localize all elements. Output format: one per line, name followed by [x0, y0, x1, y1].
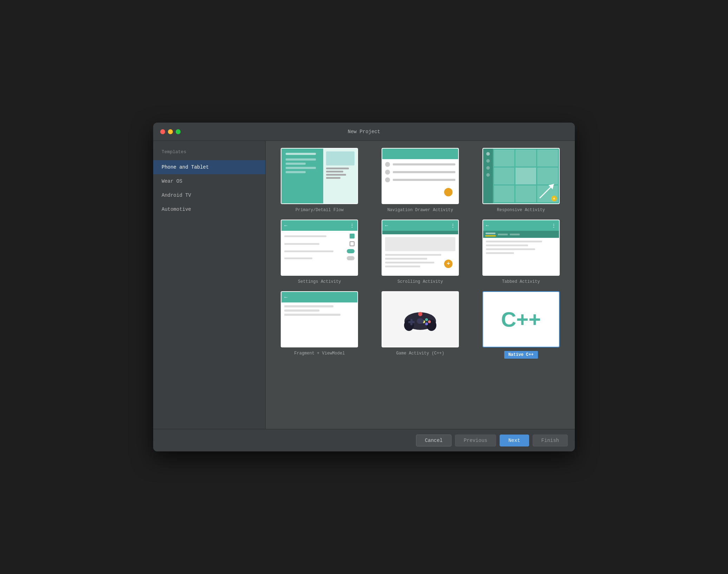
tab-header: ← ⋮	[483, 220, 559, 231]
template-responsive[interactable]: + Res	[474, 148, 568, 213]
sa-content	[281, 231, 357, 266]
sa-dots-icon: ⋮	[350, 223, 355, 229]
main-content: Templates Phone and Tablet Wear OS Andro…	[153, 141, 575, 429]
titlebar-buttons	[160, 129, 181, 134]
nd-circle	[385, 177, 390, 182]
template-native-cpp[interactable]: C++ Native C++	[474, 291, 568, 359]
sa-row	[284, 256, 355, 260]
settings-preview: ← ⋮	[281, 220, 357, 275]
right-panel	[323, 149, 357, 203]
scroll-fab: +	[444, 260, 453, 268]
template-thumb-primary-detail	[281, 148, 358, 204]
template-label-tabbed: Tabbed Activity	[502, 279, 540, 284]
nd-row	[385, 162, 455, 167]
sidebar-item-android-tv[interactable]: Android TV	[153, 188, 265, 202]
template-label-nav-drawer: Navigation Drawer Activity	[387, 208, 453, 213]
svg-point-9	[425, 318, 428, 321]
cpp-logo: C++	[501, 307, 541, 332]
sa-back-icon: ←	[284, 223, 287, 228]
sidebar-item-phone-tablet[interactable]: Phone and Tablet	[153, 160, 265, 174]
game-controller-icon	[403, 307, 438, 332]
svg-point-10	[428, 320, 431, 323]
template-label-game: Game Activity (C++)	[396, 351, 444, 356]
titlebar: New Project	[153, 123, 575, 141]
template-thumb-fragment: ←	[281, 291, 358, 347]
template-tabbed[interactable]: ← ⋮	[474, 220, 568, 284]
frag-header: ←	[281, 292, 357, 302]
new-project-window: New Project Templates Phone and Tablet W…	[153, 123, 575, 451]
sa-row	[284, 241, 355, 246]
sidebar-item-label: Android TV	[162, 193, 191, 198]
sidebar-label: Templates	[153, 149, 265, 160]
native-cpp-preview: C++	[483, 292, 559, 347]
sidebar-item-label: Phone and Tablet	[162, 164, 209, 170]
sidebar-item-label: Wear OS	[162, 178, 182, 184]
cancel-button[interactable]: Cancel	[416, 435, 451, 446]
nd-row	[385, 177, 455, 182]
nd-circle	[385, 162, 390, 167]
responsive-preview: +	[483, 149, 559, 203]
template-label-scrolling: Scrolling Activity	[397, 279, 443, 284]
minimize-button[interactable]	[168, 129, 173, 134]
tab-bar	[483, 231, 559, 238]
close-button[interactable]	[160, 129, 165, 134]
svg-point-13	[418, 312, 422, 316]
template-label-responsive: Responsive Activity	[497, 208, 545, 213]
sa-toggle-off	[347, 256, 355, 260]
template-thumb-tabbed: ← ⋮	[482, 220, 560, 276]
nd-circle	[385, 170, 390, 175]
template-thumb-scrolling: ← ⋮ +	[382, 220, 459, 276]
tab-content	[483, 238, 559, 259]
templates-grid: Primary/Detail Flow	[273, 148, 568, 359]
left-panel	[281, 149, 323, 203]
tabbed-preview: ← ⋮	[483, 220, 559, 275]
template-thumb-responsive: +	[482, 148, 560, 204]
frag-back-icon: ←	[284, 294, 287, 300]
template-thumb-game	[382, 291, 459, 347]
previous-button[interactable]: Previous	[455, 435, 496, 446]
svg-rect-8	[408, 321, 415, 323]
primary-detail-preview	[281, 149, 357, 203]
nav-drawer-preview	[382, 149, 458, 203]
nd-content	[382, 159, 458, 188]
nd-row	[385, 170, 455, 175]
sa-toggle-on	[347, 249, 355, 253]
template-label-native: Native C++	[504, 351, 538, 359]
maximize-button[interactable]	[176, 129, 181, 134]
sidebar-item-automotive[interactable]: Automotive	[153, 202, 265, 216]
template-thumb-settings: ← ⋮	[281, 220, 358, 276]
template-settings[interactable]: ← ⋮	[273, 220, 366, 284]
template-fragment-viewmodel[interactable]: ← Fragment + ViewModel	[273, 291, 366, 359]
template-label-primary-detail: Primary/Detail Flow	[295, 208, 344, 213]
sa-checkbox	[350, 241, 355, 246]
window-title: New Project	[348, 129, 380, 135]
bottom-bar: Cancel Previous Next Finish	[153, 429, 575, 451]
template-primary-detail[interactable]: Primary/Detail Flow	[273, 148, 366, 213]
nd-fab	[444, 188, 453, 196]
sidebar-item-label: Automotive	[162, 207, 191, 212]
sa-row	[284, 249, 355, 253]
svg-point-14	[417, 318, 424, 324]
nd-header	[382, 149, 458, 159]
template-nav-drawer[interactable]: Navigation Drawer Activity	[373, 148, 467, 213]
template-scrolling[interactable]: ← ⋮ +	[373, 220, 467, 284]
template-game-cpp[interactable]: Game Activity (C++)	[373, 291, 467, 359]
sidebar-item-wear-os[interactable]: Wear OS	[153, 174, 265, 188]
sidebar: Templates Phone and Tablet Wear OS Andro…	[153, 141, 266, 429]
scroll-header: ← ⋮	[382, 220, 458, 231]
template-label-settings: Settings Activity	[298, 279, 341, 284]
template-label-fragment: Fragment + ViewModel	[294, 351, 345, 356]
tab-indicator	[485, 235, 496, 236]
template-thumb-nav-drawer	[382, 148, 459, 204]
finish-button[interactable]: Finish	[533, 435, 568, 446]
game-preview	[382, 292, 458, 347]
sa-header: ← ⋮	[281, 220, 357, 231]
sa-check	[350, 234, 355, 239]
next-button[interactable]: Next	[500, 435, 529, 446]
scrolling-preview: ← ⋮ +	[382, 220, 458, 275]
template-thumb-native: C++	[482, 291, 560, 347]
svg-point-12	[425, 322, 428, 325]
fragment-preview: ←	[281, 292, 357, 347]
templates-grid-area: Primary/Detail Flow	[266, 141, 575, 429]
sa-row	[284, 234, 355, 239]
